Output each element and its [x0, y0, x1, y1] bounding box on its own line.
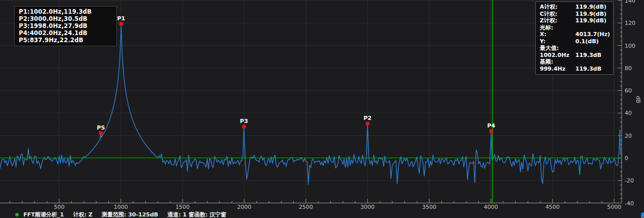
info-label: 光标: [540, 24, 575, 32]
peak-label: P5 [97, 124, 105, 131]
info-row: 光标: [540, 24, 609, 32]
info-row: Z计权:119.9(dB) [540, 17, 609, 24]
info-row: Y:0.1(dB) [540, 38, 609, 45]
spectrum-trace [0, 24, 622, 184]
info-label: Z计权: [540, 17, 575, 24]
y-tick-label: 60 [625, 87, 632, 94]
peak-marker [489, 129, 493, 133]
peak-legend-item: P1:1002.0Hz,119.3dB [19, 8, 112, 15]
status-segment: 计权: Z [73, 211, 93, 218]
x-tick-label: 5000 [607, 204, 621, 210]
peak-label: P2 [363, 115, 372, 121]
status-segment: 通道: 1 窗函数: 汉宁窗 [167, 211, 226, 218]
y-tick-label: 0 [625, 155, 628, 162]
info-label: 999.4Hz [540, 66, 575, 73]
y-tick-label: 80 [625, 65, 632, 72]
peak-label: P4 [487, 122, 495, 129]
info-label: C计权: [540, 11, 575, 18]
info-value [575, 58, 609, 66]
status-segment: FFT频谱分析_1 [23, 211, 64, 218]
peak-legend-item: P5:837.9Hz,22.2dB [19, 37, 112, 44]
info-value [575, 45, 609, 52]
x-tick-label: 500 [54, 204, 65, 210]
peak-marker [119, 22, 123, 25]
y-tick-label: 40 [625, 110, 632, 116]
info-row: X:4013.7(Hz) [540, 31, 609, 38]
corner-widget-button[interactable] [641, 212, 644, 218]
peak-legend-item: P2:3000.0Hz,30.5dB [19, 15, 112, 22]
info-label: X: [540, 31, 575, 38]
info-row: 1002.0Hz119.3dB [540, 52, 609, 59]
info-value: 119.9(dB) [575, 17, 609, 24]
peak-marker [242, 125, 246, 129]
x-tick-label: 2500 [299, 204, 313, 210]
info-value: 0.1(dB) [575, 38, 609, 45]
y-tick-label: -40 [625, 200, 634, 207]
channel-status-icon [15, 213, 19, 216]
peak-legend-item: P3:1998.0Hz,27.9dB [19, 22, 112, 29]
peak-label: P1 [117, 15, 125, 22]
info-row: 999.4Hz119.3dB [540, 66, 609, 73]
y-axis-title: dB [635, 96, 641, 104]
info-row: C计权:119.9(dB) [540, 11, 609, 18]
x-tick-label: 4000 [484, 204, 498, 210]
x-tick-label: 1500 [175, 204, 190, 210]
info-value: 119.3dB [575, 66, 609, 73]
y-tick-label: -20 [625, 177, 634, 184]
info-row: 基频: [540, 58, 609, 66]
y-tick-label: 140 [625, 0, 635, 4]
info-value: 119.3dB [575, 52, 609, 59]
info-row: A计权:119.9(dB) [540, 4, 609, 11]
info-value: 119.9(dB) [575, 11, 609, 18]
x-tick-label: 1000 [114, 204, 128, 210]
peak-marker [99, 131, 103, 135]
info-label: A计权: [540, 4, 575, 11]
x-tick-label: 3000 [360, 204, 375, 210]
peak-label: P3 [240, 118, 248, 124]
info-value [575, 24, 609, 32]
peak-legend-item: P4:4002.0Hz,24.1dB [19, 29, 112, 37]
x-tick-label: 3500 [422, 204, 436, 210]
y-tick-label: 20 [625, 133, 632, 139]
fft-analyzer-window: 500100015002000250030003500400045005000-… [0, 0, 644, 218]
status-segment: 测量范围: 30-125dB [102, 211, 158, 218]
info-label: 最大值: [540, 45, 575, 52]
status-bar: FFT频谱分析_1计权: Z测量范围: 30-125dB通道: 1 窗函数: 汉… [15, 211, 235, 218]
info-label: 1002.0Hz [540, 52, 575, 59]
x-tick-label: 2000 [237, 204, 251, 210]
info-label: 基频: [540, 58, 575, 66]
info-row: 最大值: [540, 45, 609, 52]
peak-legend: P1:1002.0Hz,119.3dBP2:3000.0Hz,30.5dBP3:… [14, 6, 117, 46]
y-tick-label: 100 [625, 43, 635, 49]
info-label: Y: [540, 38, 575, 45]
info-value: 119.9(dB) [575, 4, 609, 11]
peak-marker [366, 122, 370, 126]
info-value: 4013.7(Hz) [575, 31, 610, 38]
cursor-info-panel: A计权:119.9(dB)C计权:119.9(dB)Z计权:119.9(dB)光… [535, 2, 614, 75]
x-tick-label: 4500 [545, 204, 560, 210]
y-tick-label: 120 [625, 20, 635, 26]
